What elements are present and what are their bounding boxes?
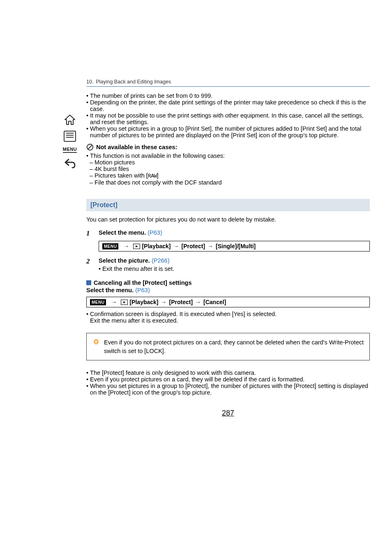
menu-item: [Single]/[Multi] <box>216 243 256 249</box>
note-item: It may not be possible to use the print … <box>90 112 370 125</box>
page-number: 287 <box>86 409 370 418</box>
menu-item: [Cancel] <box>203 299 226 305</box>
note-item: The number of prints can be set from 0 t… <box>90 92 370 99</box>
arrow-icon: → <box>123 243 129 249</box>
menu-button-icon: MENU <box>102 243 118 249</box>
confirm-block: Confirmation screen is displayed. It is … <box>86 311 370 324</box>
step-1: 1 Select the menu. (P63) <box>86 229 370 238</box>
bottom-notes: The [Protect] feature is only designed t… <box>86 369 370 396</box>
cancel-select-text: Select the menu. <box>86 287 135 293</box>
top-notes: The number of prints can be set from 0 t… <box>86 92 370 138</box>
section-intro: You can set protection for pictures you … <box>86 215 370 224</box>
step-note: Exit the menu after it is set. <box>99 265 370 272</box>
menu-item: [Playback] <box>129 299 158 305</box>
list-item: 4K burst files <box>90 166 370 172</box>
playback-icon <box>121 300 128 305</box>
list-item: Pictures taken with [RAW] <box>90 172 370 179</box>
step-title: Select the picture. <box>99 257 152 264</box>
arrow-icon: → <box>111 299 117 305</box>
note-item: When you set pictures in a group to [Pro… <box>90 383 370 396</box>
note-item: When you set pictures in a group to [Pri… <box>90 125 370 138</box>
nav-toc-icon[interactable] <box>62 131 77 142</box>
chapter-number: 10. <box>86 79 93 85</box>
raw-icon: RAW <box>148 173 157 179</box>
tip-text: Even if you do not protect pictures on a… <box>104 338 364 355</box>
nav-home-icon[interactable] <box>62 114 77 126</box>
menu-path-cancel: MENU → [Playback] → [Protect] → [Cancel] <box>86 297 370 307</box>
svg-line-1 <box>88 145 92 149</box>
tip-box: Even if you do not protect pictures on a… <box>86 333 370 360</box>
arrow-icon: → <box>208 243 213 249</box>
note-item: Even if you protect pictures on a card, … <box>90 376 370 383</box>
svg-marker-3 <box>124 301 126 303</box>
note-item: The [Protect] feature is only designed t… <box>90 369 370 376</box>
chapter-title: Playing Back and Editing Images <box>96 79 171 85</box>
step-number: 1 <box>86 229 99 238</box>
svg-rect-5 <box>95 344 97 345</box>
page-link[interactable]: (P63) <box>148 229 162 236</box>
step-2: 2 Select the picture. (P266) Exit the me… <box>86 257 370 272</box>
page-link[interactable]: (P63) <box>135 287 150 293</box>
svg-point-6 <box>95 341 97 343</box>
playback-icon <box>133 244 140 249</box>
confirm-text: Confirmation screen is displayed. It is … <box>90 311 277 317</box>
nav-menu-icon[interactable]: MENU <box>62 147 77 153</box>
not-available-heading: Not available in these cases: <box>96 144 177 150</box>
arrow-icon: → <box>161 299 167 305</box>
arrow-icon: → <box>195 299 201 305</box>
list-item: Motion pictures <box>90 159 370 166</box>
menu-button-icon: MENU <box>90 299 106 305</box>
nav-back-icon[interactable] <box>62 158 77 169</box>
svg-marker-2 <box>136 245 138 247</box>
menu-item: [Playback] <box>142 243 171 249</box>
list-item: File that does not comply with the DCF s… <box>90 179 370 186</box>
step-title: Select the menu. <box>99 229 148 236</box>
menu-path-protect: MENU → [Playback] → [Protect] → [Single]… <box>99 241 370 252</box>
arrow-icon: → <box>173 243 179 249</box>
menu-item: [Protect] <box>182 243 205 249</box>
breadcrumb: 10.Playing Back and Editing Images <box>86 79 370 87</box>
not-available-lead: This function is not available in the fo… <box>86 152 370 159</box>
not-available-icon <box>86 143 94 151</box>
menu-item: [Protect] <box>169 299 193 305</box>
square-bullet-icon <box>86 280 91 285</box>
cancel-heading: Canceling all the [Protect] settings <box>94 279 192 286</box>
lightbulb-icon <box>92 338 100 346</box>
section-heading-protect: [Protect] <box>86 199 370 211</box>
confirm-exit: Exit the menu after it is executed. <box>90 317 178 324</box>
note-item: Depending on the printer, the date print… <box>90 99 370 112</box>
step-number: 2 <box>86 257 99 272</box>
page-link[interactable]: (P266) <box>152 257 170 264</box>
not-available-list: Motion pictures 4K burst files Pictures … <box>90 159 370 186</box>
